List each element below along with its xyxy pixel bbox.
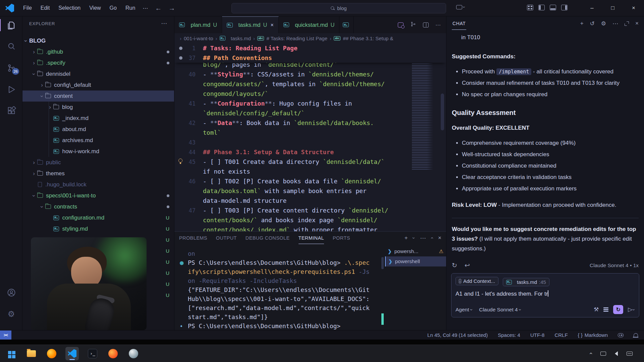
eol[interactable]: CRLF (554, 332, 568, 338)
tab-partial[interactable]: M↓ (339, 16, 354, 33)
terminal-instance-powersh[interactable]: ❯powersh...⚠ (385, 246, 446, 256)
taskbar-file-explorer-button[interactable] (24, 347, 38, 360)
tab-tasks.md[interactable]: M↓tasks.mdU× (222, 16, 279, 33)
more-actions-icon[interactable]: ⋯ (420, 235, 426, 242)
chevron-down-icon[interactable]: › (412, 237, 416, 239)
maximize-panel-icon[interactable]: › (430, 237, 434, 239)
tree-item-about.md[interactable]: M↓about.md (22, 124, 174, 135)
terminal-instance-powershell[interactable]: ❯powershell (385, 256, 446, 266)
expand-icon[interactable] (625, 21, 629, 26)
tree-item-blog[interactable]: ›blog (22, 102, 174, 113)
taskbar-start-button[interactable] (4, 347, 17, 360)
rerun-icon[interactable]: ↻ (452, 261, 457, 269)
file-context-chip[interactable]: M↓ tasks.md:45 (503, 278, 549, 286)
tree-item-config-_default[interactable]: ›config\_default (22, 79, 174, 90)
tree-root[interactable]: ›BLOG (22, 35, 174, 46)
remote-indicator[interactable]: >< (0, 330, 11, 340)
lightbulb-icon[interactable] (178, 159, 182, 163)
chat-input-box[interactable]: Add Context... M↓ tasks.md:45 A1 and I1 … (451, 273, 639, 317)
menu-more[interactable]: ⋯ (139, 3, 152, 13)
breadcrumb-item[interactable]: 001-i-want-to (184, 36, 213, 41)
forward-button[interactable]: → (165, 4, 178, 12)
tree-item-dennisdel[interactable]: ›dennisdel (22, 68, 174, 79)
toggle-secondary-sidebar-button[interactable] (561, 5, 568, 10)
activitybar-run-debug[interactable] (0, 81, 22, 98)
keyboard-icon[interactable] (627, 352, 633, 356)
sparkle-icon[interactable]: ✦ (180, 321, 183, 330)
menu-view[interactable]: View (86, 3, 104, 13)
split-editor-icon[interactable] (423, 22, 429, 27)
taskbar-vscode-button[interactable] (65, 347, 79, 360)
breadcrumb-item[interactable]: ## Phase 3.1: Setup & (343, 36, 393, 41)
send-button[interactable]: ▷› (628, 306, 635, 313)
add-context-button[interactable]: Add Context... (455, 277, 498, 285)
panel-tab-terminal[interactable]: TERMINAL (299, 232, 324, 244)
tree-item-_index.md[interactable]: M↓_index.md (22, 113, 174, 124)
new-chat-icon[interactable]: + (580, 20, 584, 27)
tree-item-how-i-work.md[interactable]: M↓how-i-work.md (22, 146, 174, 157)
command-decoration-icon[interactable]: ● (180, 258, 183, 267)
editor-scrollbar[interactable] (441, 94, 444, 130)
chat-tab[interactable]: CHAT (452, 17, 466, 30)
toggle-sidebar-button[interactable] (538, 5, 545, 10)
taskbar-app-round-button[interactable] (127, 347, 140, 360)
gear-icon[interactable]: ⚙ (601, 20, 606, 27)
taskbar-terminal-button[interactable]: ›_ (86, 347, 99, 360)
menu-run[interactable]: Run (122, 3, 139, 13)
terminal-scrollbar[interactable] (381, 257, 384, 269)
minimap[interactable] (412, 50, 433, 171)
tree-item-specs-001-i-want-to[interactable]: ›specs\001-i-want-to (22, 190, 174, 201)
activitybar-extensions[interactable] (0, 102, 22, 120)
close-icon[interactable]: × (270, 22, 273, 28)
menu-edit[interactable]: Edit (37, 3, 54, 13)
close-panel-icon[interactable]: × (438, 235, 441, 241)
tab-quickstart.md[interactable]: M↓quickstart.mdU (279, 16, 340, 33)
open-preview-icon[interactable] (398, 22, 404, 27)
auto-approve-button[interactable]: ↻ (613, 305, 623, 314)
breadcrumb-item[interactable]: # Tasks: Reading List Page (266, 36, 327, 41)
tools-icon[interactable]: ⚒ (594, 306, 599, 313)
menu-file[interactable]: File (19, 3, 36, 13)
settings-button[interactable]: ⚙ (0, 305, 22, 323)
tree-item-contracts[interactable]: ›contracts (22, 201, 174, 212)
command-search-input[interactable]: blog (231, 3, 446, 13)
history-icon[interactable]: ↺ (590, 20, 595, 27)
tree-item-archives.md[interactable]: M↓archives.md (22, 135, 174, 146)
menu-go[interactable]: Go (106, 3, 120, 13)
open-changes-icon[interactable] (410, 21, 416, 28)
screencast-button[interactable]: › (456, 5, 465, 9)
panel-tab-output[interactable]: OUTPUT (216, 232, 237, 244)
tree-item-.specify[interactable]: ›.specify (22, 57, 174, 68)
context-usage-icon[interactable] (603, 307, 608, 312)
activitybar-search[interactable] (0, 38, 22, 55)
new-terminal-icon[interactable]: + (405, 235, 408, 241)
toggle-panel-button[interactable] (550, 5, 556, 10)
tree-item-public[interactable]: ›public (22, 157, 174, 168)
encoding[interactable]: UTF-8 (530, 332, 545, 338)
panel-tab-ports[interactable]: PORTS (333, 232, 350, 244)
menu-selection[interactable]: Selection (55, 3, 84, 13)
maximize-button[interactable]: □ (602, 0, 623, 16)
tree-item-themes[interactable]: ›themes (22, 168, 174, 179)
model-picker[interactable]: Claude Sonnet 4› (479, 307, 521, 313)
minimize-button[interactable]: – (582, 0, 602, 16)
tray-overflow-icon[interactable]: › (588, 353, 594, 355)
close-button[interactable]: × (623, 0, 644, 16)
back-button[interactable]: ← (152, 4, 165, 12)
breadcrumb-item[interactable]: tasks.md (231, 36, 251, 41)
tree-item-configuration.md[interactable]: M↓configuration.mdU (22, 212, 174, 223)
mode-picker[interactable]: Agent› (455, 307, 472, 313)
copilot-status[interactable] (618, 333, 624, 337)
explorer-more-actions[interactable]: ⋯ (161, 20, 167, 27)
indentation[interactable]: Spaces: 4 (498, 332, 520, 338)
undo-icon[interactable]: ↩ (465, 261, 470, 269)
taskbar-app-orange-button[interactable] (106, 347, 120, 360)
chat-input-text[interactable]: A1 and I1 - let's address them. For tr (455, 290, 635, 297)
notifications[interactable] (634, 333, 638, 337)
activitybar-source-control[interactable]: 26 (0, 59, 22, 77)
code-editor[interactable]: blog/`, pages in `dennisdel/content/`40-… (174, 43, 446, 231)
display-icon[interactable] (600, 352, 606, 356)
more-actions-icon[interactable]: ⋯ (612, 20, 618, 27)
panel-tab-problems[interactable]: PROBLEMS (179, 232, 207, 244)
close-icon[interactable]: × (635, 20, 639, 27)
